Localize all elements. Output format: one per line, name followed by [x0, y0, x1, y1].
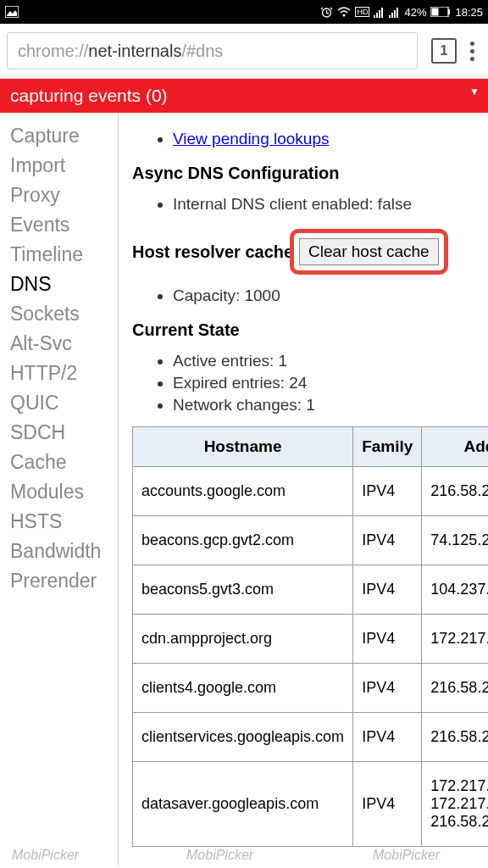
cell: IPV4 — [353, 762, 422, 847]
cell: 74.125.200.94 — [422, 516, 488, 565]
url-path: /#dns — [181, 42, 223, 61]
state-item: Active entries: 1 — [173, 352, 488, 370]
cell: IPV4 — [353, 467, 422, 516]
sidebar-item-proxy[interactable]: Proxy — [10, 181, 118, 210]
sidebar-item-quic[interactable]: QUIC — [10, 388, 118, 418]
cell: datasaver.googleapis.com — [133, 762, 353, 847]
cell: 172.217.26.20 172.217.26.11 216.58.220.4 — [422, 762, 488, 847]
image-icon — [5, 6, 19, 18]
cell: 172.217.26.19 — [422, 615, 488, 664]
capacity-item: Capacity: 1000 — [173, 287, 488, 305]
cell: IPV4 — [353, 664, 422, 713]
watermark: MobiPicker — [373, 848, 440, 863]
state-heading: Current State — [132, 320, 488, 340]
cell: 216.58.203.20 — [422, 467, 488, 516]
svg-rect-5 — [379, 10, 380, 18]
pending-lookups-link[interactable]: View pending lookups — [173, 130, 330, 147]
table-row: beacons5.gvt3.comIPV4104.237.191.1 — [133, 565, 489, 615]
capture-banner[interactable]: capturing events (0) ▼ — [0, 79, 488, 113]
table-row: beacons.gcp.gvt2.comIPV474.125.200.94 — [133, 516, 489, 565]
clear-cache-button[interactable]: Clear host cache — [299, 238, 439, 265]
sidebar-item-modules[interactable]: Modules — [10, 477, 118, 507]
svg-point-2 — [343, 14, 346, 16]
sidebar-item-timeline[interactable]: Timeline — [10, 240, 118, 270]
battery-percent: 42% — [404, 6, 426, 19]
cell: IPV4 — [353, 565, 422, 615]
table-row: clientservices.googleapis.comIPV4216.58.… — [133, 713, 489, 762]
cell: IPV4 — [353, 713, 422, 762]
table-row: accounts.google.comIPV4216.58.203.20 — [133, 467, 489, 516]
svg-rect-7 — [389, 15, 391, 18]
main-content: View pending lookups Async DNS Configura… — [119, 113, 488, 865]
svg-rect-6 — [381, 8, 383, 18]
sidebar-item-bandwidth[interactable]: Bandwidth — [10, 537, 118, 566]
status-bar: HD 42% 18:25 — [0, 0, 488, 24]
watermark: MobiPicker — [12, 848, 79, 863]
url-scheme: chrome:// — [18, 42, 88, 61]
svg-rect-3 — [374, 15, 375, 18]
cache-heading: Host resolver cache — [132, 242, 293, 262]
sidebar-item-http2[interactable]: HTTP/2 — [10, 359, 118, 388]
dns-table: HostnameFamilyAdd accounts.google.comIPV… — [132, 426, 488, 847]
signal-icon-2 — [389, 7, 400, 18]
url-bar[interactable]: chrome://net-internals/#dns — [7, 32, 418, 70]
clock-text: 18:25 — [455, 6, 483, 19]
async-heading: Async DNS Configuration — [132, 164, 488, 183]
col-header: Hostname — [133, 427, 353, 467]
chevron-down-icon: ▼ — [469, 86, 480, 97]
sidebar-item-events[interactable]: Events — [10, 210, 118, 240]
tab-switcher[interactable]: 1 — [431, 38, 457, 64]
svg-rect-10 — [396, 8, 398, 18]
cell: IPV4 — [353, 615, 422, 664]
cell: accounts.google.com — [133, 467, 353, 516]
cell: 216.58.203.20 — [422, 664, 488, 713]
sidebar: CaptureImportProxyEventsTimelineDNSSocke… — [0, 113, 119, 865]
sidebar-item-capture[interactable]: Capture — [10, 121, 118, 151]
signal-icon — [374, 7, 385, 18]
browser-toolbar: chrome://net-internals/#dns 1 — [0, 24, 488, 79]
cell: beacons5.gvt3.com — [133, 565, 353, 615]
sidebar-item-import[interactable]: Import — [10, 151, 118, 181]
svg-rect-13 — [448, 9, 450, 14]
col-header: Family — [353, 427, 422, 467]
sidebar-item-cache[interactable]: Cache — [10, 448, 118, 477]
cell: 104.237.191.1 — [422, 565, 488, 615]
svg-rect-8 — [391, 13, 393, 18]
hd-icon: HD — [355, 7, 369, 17]
cell: cdn.ampproject.org — [133, 615, 353, 664]
col-header: Add — [422, 427, 488, 467]
sidebar-item-dns[interactable]: DNS — [10, 270, 118, 299]
state-item: Expired entries: 24 — [173, 374, 488, 392]
sidebar-item-altsvc[interactable]: Alt-Svc — [10, 329, 118, 359]
cell: 216.58.203.19 — [422, 713, 488, 762]
table-row: datasaver.googleapis.comIPV4172.217.26.2… — [133, 762, 489, 847]
url-host: net-internals — [88, 42, 181, 61]
cell: clientservices.googleapis.com — [133, 713, 353, 762]
menu-button[interactable] — [470, 42, 474, 61]
cell: clients4.google.com — [133, 664, 353, 713]
cell: beacons.gcp.gvt2.com — [133, 516, 353, 565]
alarm-icon — [320, 6, 333, 19]
watermark: MobiPicker — [186, 848, 253, 863]
table-row: cdn.ampproject.orgIPV4172.217.26.19 — [133, 615, 489, 664]
async-item: Internal DNS client enabled: false — [173, 195, 488, 214]
table-row: clients4.google.comIPV4216.58.203.20 — [133, 664, 489, 713]
svg-rect-4 — [376, 13, 378, 18]
wifi-icon — [337, 7, 351, 18]
sidebar-item-hsts[interactable]: HSTS — [10, 507, 118, 537]
sidebar-item-sockets[interactable]: Sockets — [10, 299, 118, 329]
cell: IPV4 — [353, 516, 422, 565]
svg-rect-12 — [432, 8, 439, 16]
state-item: Network changes: 1 — [173, 396, 488, 415]
svg-rect-9 — [394, 10, 396, 18]
battery-icon — [430, 7, 451, 17]
sidebar-item-sdch[interactable]: SDCH — [10, 418, 118, 448]
sidebar-item-prerender[interactable]: Prerender — [10, 566, 118, 596]
